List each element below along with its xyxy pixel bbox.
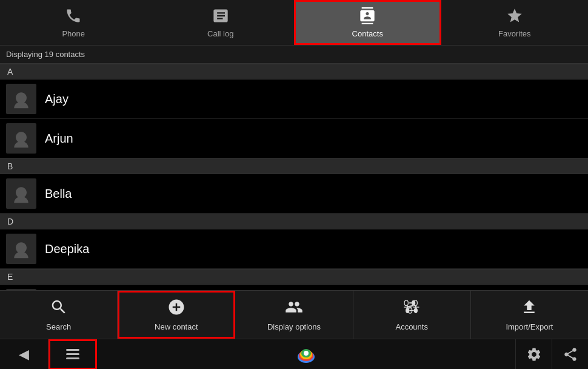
contact-item-ajay[interactable]: Ajay [0,80,588,119]
accounts-label: Accounts [395,322,427,331]
share-button[interactable] [552,339,588,370]
section-header-a: A [0,64,588,80]
avatar-bella [6,178,36,209]
status-bar: Displaying 19 contacts [0,46,588,64]
favorites-icon [506,7,523,27]
contact-item-bella[interactable]: Bella [0,174,588,214]
favorites-tab-label: Favorites [498,29,530,38]
status-text: Displaying 19 contacts [6,50,85,59]
settings-button[interactable] [515,339,552,370]
contact-name-deepika: Deepika [45,242,89,256]
back-arrow-icon: ◀ [19,347,29,362]
phone-icon [65,7,82,27]
avatar-arjun [6,123,36,154]
avatar-deepika [6,234,36,264]
back-button[interactable]: ◀ [0,339,48,370]
contact-item-arjun[interactable]: Arjun [0,119,588,158]
top-nav-bar: Phone Call log Contacts Favorites [0,0,588,46]
tab-phone[interactable]: Phone [0,0,147,45]
accounts-button[interactable]: Accounts [353,291,471,339]
contacts-icon [359,7,376,27]
tab-favorites[interactable]: Favorites [441,0,589,45]
sys-center-area [97,344,515,365]
section-header-d: D [0,214,588,229]
contact-item-deepika[interactable]: Deepika [0,229,588,269]
new-contact-icon [167,298,185,319]
new-contact-button[interactable]: New contact [118,291,235,339]
contact-item-easu[interactable]: Easu [0,285,588,290]
menu-button[interactable] [48,339,97,370]
contact-name-bella: Bella [45,187,72,201]
contacts-tab-label: Contacts [352,29,383,38]
menu-icon [66,349,79,359]
search-icon [50,298,68,319]
tab-contacts[interactable]: Contacts [294,0,441,45]
import-export-button[interactable]: Import/Export [471,291,588,339]
phone-tab-label: Phone [62,29,85,38]
bottom-action-bar: Search New contact Display options [0,290,588,339]
section-header-e: E [0,269,588,285]
call-log-icon [212,7,229,27]
display-options-button[interactable]: Display options [235,291,353,339]
accounts-icon [403,298,421,319]
svg-point-14 [304,351,309,356]
contacts-list: A Ajay Arjun B Bella D [0,64,588,290]
contact-name-arjun: Arjun [45,132,73,146]
section-header-b: B [0,158,588,174]
svg-line-9 [407,306,413,307]
sys-right-buttons [515,339,588,370]
import-export-icon [520,298,538,319]
display-options-label: Display options [267,322,321,331]
android-logo [295,344,317,365]
search-button[interactable]: Search [0,291,118,339]
system-bar: ◀ [0,339,588,369]
new-contact-label: New contact [155,322,198,331]
call-log-tab-label: Call log [207,29,233,38]
display-options-icon [285,298,303,319]
search-label: Search [46,322,71,331]
tab-call-log[interactable]: Call log [147,0,295,45]
avatar-ajay [6,84,36,114]
import-export-label: Import/Export [506,322,553,331]
contact-name-ajay: Ajay [45,92,68,106]
